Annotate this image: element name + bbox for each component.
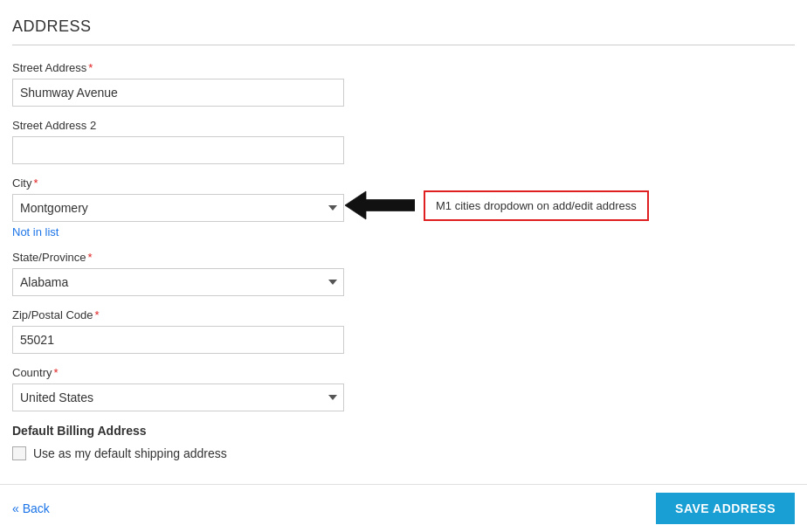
billing-section: Default Billing Address Use as my defaul…: [12, 424, 795, 460]
country-label: Country*: [12, 366, 795, 379]
city-select[interactable]: Montgomery Birmingham Huntsville Mobile: [12, 194, 344, 222]
required-indicator: *: [54, 366, 59, 379]
country-select-wrapper: United States Canada United Kingdom: [12, 383, 344, 411]
not-in-list-link[interactable]: Not in list: [12, 225, 795, 238]
arrow-icon: [345, 188, 415, 223]
default-shipping-label: Use as my default shipping address: [33, 446, 227, 460]
city-select-wrapper: Montgomery Birmingham Huntsville Mobile: [12, 194, 344, 222]
zip-input[interactable]: [12, 326, 344, 354]
zip-label: Zip/Postal Code*: [12, 308, 795, 321]
address-form-container: ADDRESS Street Address* Street Address 2…: [0, 0, 807, 490]
state-select-wrapper: Alabama Alaska Arizona California: [12, 268, 344, 296]
page-title: ADDRESS: [12, 17, 795, 45]
state-group: State/Province* Alabama Alaska Arizona C…: [12, 251, 795, 296]
default-shipping-checkbox[interactable]: [12, 446, 26, 460]
street-address-label: Street Address*: [12, 61, 795, 74]
save-address-button[interactable]: SAVE ADDRESS: [656, 493, 795, 524]
street-address-input[interactable]: [12, 79, 344, 107]
bottom-bar: « Back SAVE ADDRESS: [0, 484, 807, 532]
street-address2-group: Street Address 2: [12, 119, 795, 164]
country-select[interactable]: United States Canada United Kingdom: [12, 383, 344, 411]
required-indicator: *: [88, 61, 93, 74]
country-group: Country* United States Canada United Kin…: [12, 366, 795, 411]
street-address-group: Street Address*: [12, 61, 795, 107]
back-link[interactable]: « Back: [12, 501, 50, 515]
annotation-box: M1 cities dropdown on add/edit address: [424, 190, 649, 221]
zip-group: Zip/Postal Code*: [12, 308, 795, 354]
svg-marker-0: [345, 191, 415, 219]
billing-title: Default Billing Address: [12, 424, 795, 438]
required-indicator: *: [95, 308, 100, 321]
required-indicator: *: [88, 251, 93, 264]
street-address2-input[interactable]: [12, 136, 344, 164]
state-select[interactable]: Alabama Alaska Arizona California: [12, 268, 344, 296]
street-address2-label: Street Address 2: [12, 119, 795, 132]
annotation-area: M1 cities dropdown on add/edit address: [345, 188, 649, 223]
required-indicator: *: [33, 176, 38, 190]
state-label: State/Province*: [12, 251, 795, 264]
default-shipping-row: Use as my default shipping address: [12, 446, 795, 460]
